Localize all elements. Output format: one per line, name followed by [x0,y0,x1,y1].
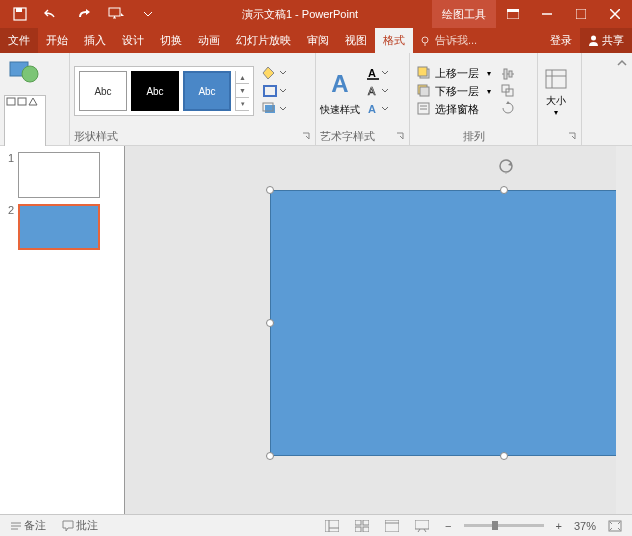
group-shape-styles-label: 形状样式 [74,127,311,145]
slide-canvas[interactable] [125,146,632,514]
zoom-slider-thumb[interactable] [492,521,498,530]
context-tab-drawing-tools: 绘图工具 [432,0,496,28]
svg-rect-2 [109,8,120,16]
send-backward-button[interactable]: 下移一层▾ [414,83,494,100]
rotate-button[interactable] [498,100,518,116]
size-button-icon[interactable] [542,66,570,94]
reading-view-icon[interactable] [381,517,403,535]
vertical-scrollbar[interactable] [616,146,632,514]
shape-style-gallery[interactable]: Abc Abc Abc ▲ ▼ ▾ [74,66,254,116]
svg-text:A: A [368,67,376,79]
tab-format[interactable]: 格式 [375,28,413,53]
tab-slideshow[interactable]: 幻灯片放映 [228,28,299,53]
notes-button[interactable]: 备注 [6,518,50,533]
slide-thumbnails-panel: 1 2 [0,146,125,514]
svg-rect-4 [507,9,519,12]
svg-rect-18 [367,78,379,80]
resize-handle-s[interactable] [500,452,508,460]
svg-rect-45 [363,520,369,525]
comments-button[interactable]: 批注 [58,518,102,533]
zoom-out-button[interactable]: − [441,520,455,532]
svg-rect-24 [420,87,429,96]
redo-icon[interactable] [68,0,100,28]
fit-to-window-icon[interactable] [604,517,626,535]
qat-more-icon[interactable] [132,0,164,28]
shape-fill-button[interactable] [260,65,288,81]
size-label: 大小 [546,94,566,108]
wordart-quick-styles-button[interactable]: A [324,65,356,103]
text-effects-button[interactable]: A [364,101,390,117]
maximize-icon[interactable] [564,0,598,28]
person-icon [588,35,599,46]
svg-point-36 [500,160,512,172]
slide-thumbnail-1[interactable] [18,152,100,198]
thumb-number: 1 [4,152,14,198]
svg-rect-47 [363,527,369,532]
dialog-launcher-icon[interactable] [567,131,577,141]
slideshow-view-icon[interactable] [411,517,433,535]
shapes-mini-gallery[interactable] [4,95,46,147]
bring-forward-button[interactable]: 上移一层▾ [414,65,494,82]
slide-thumbnail-2[interactable] [18,204,100,250]
login-button[interactable]: 登录 [542,28,580,53]
bulb-icon [419,35,431,47]
svg-rect-12 [7,98,15,105]
start-from-beginning-icon[interactable] [100,0,132,28]
dialog-launcher-icon[interactable] [301,131,311,141]
rotate-handle-icon[interactable] [497,158,513,174]
selection-pane-button[interactable]: 选择窗格 [414,101,494,118]
save-icon[interactable] [4,0,36,28]
zoom-in-button[interactable]: + [552,520,566,532]
tab-review[interactable]: 审阅 [299,28,337,53]
minimize-icon[interactable] [530,0,564,28]
svg-rect-29 [504,69,507,79]
style-preset-2[interactable]: Abc [131,71,179,111]
tab-home[interactable]: 开始 [38,28,76,53]
group-arrange-label: 排列 [414,127,533,145]
shape-outline-button[interactable] [260,83,288,99]
tab-file[interactable]: 文件 [0,28,38,53]
shapes-gallery-button[interactable] [8,55,42,93]
tab-transitions[interactable]: 切换 [152,28,190,53]
tab-view[interactable]: 视图 [337,28,375,53]
svg-point-7 [422,37,428,43]
dialog-launcher-icon[interactable] [395,131,405,141]
zoom-percent[interactable]: 37% [574,520,596,532]
normal-view-icon[interactable] [321,517,343,535]
slide-sorter-view-icon[interactable] [351,517,373,535]
tell-me-input[interactable]: 告诉我... [413,28,483,53]
collapse-ribbon-icon[interactable] [616,57,628,69]
document-title: 演示文稿1 - PowerPoint [242,7,358,22]
selected-rectangle-shape[interactable] [270,190,632,456]
align-button[interactable] [498,66,518,82]
resize-handle-w[interactable] [266,319,274,327]
share-button[interactable]: 共享 [580,28,632,53]
svg-rect-33 [546,70,566,88]
svg-rect-13 [18,98,26,105]
tab-insert[interactable]: 插入 [76,28,114,53]
tab-design[interactable]: 设计 [114,28,152,53]
style-preset-3[interactable]: Abc [183,71,231,111]
svg-rect-44 [355,520,361,525]
ribbon-display-options-icon[interactable] [496,0,530,28]
svg-rect-30 [509,71,512,77]
gallery-more-icon[interactable]: ▾ [236,98,249,111]
thumb-number: 2 [4,204,14,250]
group-button[interactable] [498,83,518,99]
shape-effects-button[interactable] [260,101,288,117]
resize-handle-nw[interactable] [266,186,274,194]
resize-handle-n[interactable] [500,186,508,194]
zoom-slider[interactable] [464,524,544,527]
close-icon[interactable] [598,0,632,28]
gallery-down-icon[interactable]: ▼ [236,84,249,97]
style-preset-1[interactable]: Abc [79,71,127,111]
resize-handle-sw[interactable] [266,452,274,460]
undo-icon[interactable] [36,0,68,28]
tab-animations[interactable]: 动画 [190,28,228,53]
text-outline-button[interactable]: A [364,83,390,99]
text-fill-button[interactable]: A [364,65,390,81]
gallery-up-icon[interactable]: ▲ [236,71,249,84]
svg-rect-22 [418,67,427,76]
svg-rect-6 [576,9,586,19]
quick-styles-label: 快速样式 [320,103,360,117]
